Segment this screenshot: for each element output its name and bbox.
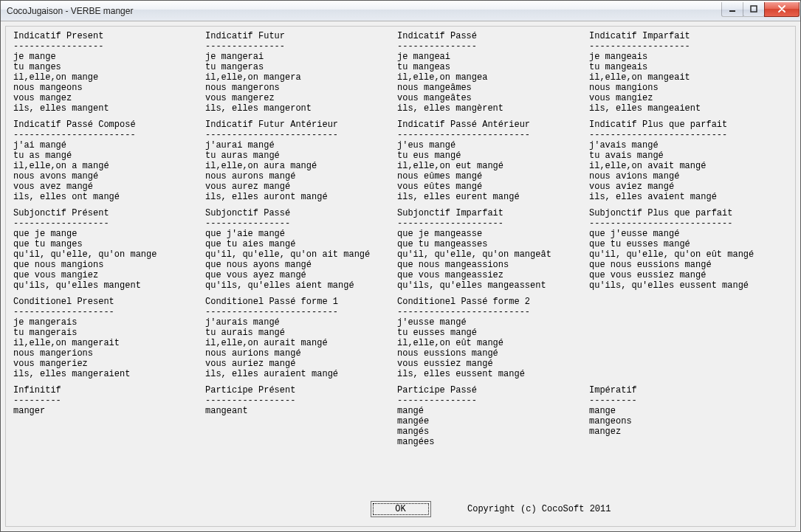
conjugation-block: Indicatif Present ----------------- je m… bbox=[13, 31, 205, 114]
svg-rect-0 bbox=[729, 10, 735, 12]
conjugation-block: Conditionel Present ------------------- … bbox=[13, 297, 205, 379]
window-title: CocoJugaison - VERBE manger bbox=[7, 6, 133, 16]
conjugation-block: Infinitif --------- manger bbox=[13, 385, 205, 447]
conjugation-block: Indicatif Passé Antérieur --------------… bbox=[397, 120, 589, 202]
conjugation-block: Impératif --------- mange mangeons mange… bbox=[589, 385, 781, 447]
window-controls bbox=[722, 2, 800, 17]
conjugation-grid: Indicatif Present ----------------- je m… bbox=[6, 27, 795, 447]
svg-rect-1 bbox=[751, 6, 757, 12]
ok-button[interactable]: OK bbox=[371, 501, 431, 517]
conjugation-block: Subjonctif Présent ------------------ qu… bbox=[13, 208, 205, 291]
conjugation-block: Conditionel Passé forme 2 --------------… bbox=[397, 297, 589, 379]
conjugation-block: Participe Présent ----------------- mang… bbox=[205, 385, 397, 447]
conjugation-block: Conditionel Passé forme 1 --------------… bbox=[205, 297, 397, 379]
close-icon bbox=[777, 5, 786, 13]
conjugation-block: Indicatif Futur Antérieur --------------… bbox=[205, 120, 397, 202]
conjugation-block: Indicatif Futur --------------- je mange… bbox=[205, 31, 397, 114]
client-area: Indicatif Present ----------------- je m… bbox=[5, 26, 796, 527]
close-button[interactable] bbox=[764, 2, 800, 17]
ok-button-label: OK bbox=[395, 504, 405, 514]
conjugation-block: Subjonctif Imparfait -------------------… bbox=[397, 208, 589, 291]
conjugation-block: Indicatif Passé Composé ----------------… bbox=[13, 120, 205, 202]
conjugation-block bbox=[589, 297, 781, 379]
conjugation-block: Indicatif Passé --------------- je mange… bbox=[397, 31, 589, 114]
titlebar[interactable]: CocoJugaison - VERBE manger bbox=[1, 1, 800, 21]
conjugation-block: Subjonctif Passé ---------------- que j'… bbox=[205, 208, 397, 291]
maximize-button[interactable] bbox=[743, 2, 765, 17]
footer: OK Copyright (c) CocoSoft 2011 bbox=[6, 500, 795, 519]
app-window: CocoJugaison - VERBE manger Indicatif Pr… bbox=[0, 0, 801, 532]
conjugation-block: Participe Passé --------------- mangé ma… bbox=[397, 385, 589, 447]
copyright-text: Copyright (c) CocoSoft 2011 bbox=[467, 504, 611, 514]
minimize-button[interactable] bbox=[721, 2, 743, 17]
conjugation-block: Indicatif Imparfait ------------------- … bbox=[589, 31, 781, 114]
conjugation-block: Indicatif Plus que parfait -------------… bbox=[589, 120, 781, 202]
maximize-icon bbox=[750, 5, 757, 13]
minimize-icon bbox=[729, 5, 736, 13]
conjugation-block: Subjonctif Plus que parfait ------------… bbox=[589, 208, 781, 291]
